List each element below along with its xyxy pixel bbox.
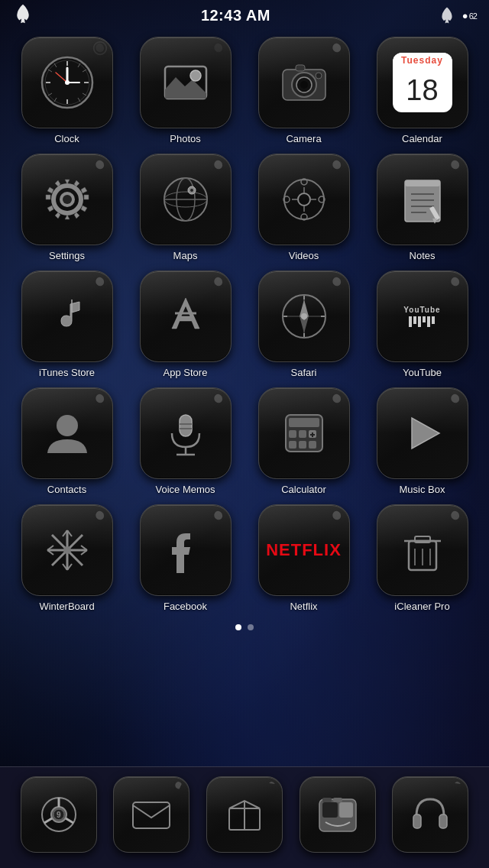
- musicbox-svg: [398, 409, 447, 458]
- calendar-date: 18: [393, 68, 452, 112]
- svg-rect-76: [299, 441, 306, 449]
- svg-marker-80: [412, 418, 439, 449]
- app-icon-calendar[interactable]: Tuesday 18: [377, 37, 468, 128]
- status-time: 12:43 AM: [201, 7, 270, 24]
- app-item-winterboard[interactable]: WinterBoard: [12, 504, 121, 612]
- app-icon-netflix[interactable]: NETFLIX: [258, 504, 350, 596]
- app-icon-clock[interactable]: [21, 37, 113, 128]
- svg-rect-113: [339, 802, 353, 818]
- app-item-notes[interactable]: Notes: [368, 154, 477, 261]
- svg-rect-46: [405, 180, 440, 186]
- app-item-musicbox[interactable]: Music Box: [368, 387, 477, 495]
- app-icon-itunes[interactable]: [21, 270, 113, 362]
- app-item-maps[interactable]: Maps: [131, 154, 240, 261]
- app-icon-safari[interactable]: [258, 270, 350, 362]
- app-label-settings: Settings: [49, 250, 85, 261]
- leaf-icon-left: [12, 3, 34, 24]
- app-icon-musicbox[interactable]: [377, 387, 468, 479]
- dock-icon-finder[interactable]: [300, 776, 376, 853]
- page-dots: [0, 618, 489, 636]
- app-icon-winterboard[interactable]: [21, 504, 113, 596]
- svg-rect-107: [133, 802, 170, 828]
- netflix-text: NETFLIX: [266, 540, 342, 560]
- clock-svg: [40, 56, 94, 109]
- svg-rect-112: [322, 802, 338, 818]
- app-item-settings[interactable]: Settings: [12, 154, 121, 261]
- dock-item-finder[interactable]: [300, 776, 376, 853]
- youtube-box: YouTube: [403, 306, 440, 327]
- photos-svg: [162, 59, 209, 106]
- app-item-facebook[interactable]: Facebook: [131, 504, 240, 612]
- svg-rect-116: [413, 815, 421, 828]
- app-icon-videos[interactable]: [258, 154, 350, 245]
- page-dot-0[interactable]: [235, 624, 241, 630]
- dock-item-cydia[interactable]: [206, 776, 283, 853]
- headphones-svg: [409, 793, 452, 836]
- chrome-svg: 9: [37, 793, 80, 836]
- app-item-appstore[interactable]: App Store: [131, 270, 240, 378]
- dock-icon-headphones[interactable]: [392, 776, 468, 853]
- app-icon-camera[interactable]: [258, 37, 350, 128]
- svg-point-28: [63, 195, 72, 204]
- svg-rect-72: [289, 430, 296, 438]
- app-label-itunes: iTunes Store: [39, 367, 95, 378]
- app-icon-calculator[interactable]: [258, 387, 350, 479]
- finder-svg: [316, 793, 359, 836]
- app-icon-youtube[interactable]: YouTube: [377, 270, 468, 362]
- app-item-voicememos[interactable]: Voice Memos: [131, 387, 240, 495]
- app-label-camera: Camera: [286, 133, 321, 144]
- svg-rect-24: [296, 65, 305, 71]
- app-icon-settings[interactable]: [21, 154, 113, 245]
- app-label-calendar: Calendar: [402, 133, 442, 144]
- app-item-photos[interactable]: Photos: [131, 37, 240, 144]
- dock-icon-chrome[interactable]: 9: [21, 776, 97, 853]
- app-item-youtube[interactable]: YouTube YouTube: [368, 270, 477, 378]
- app-icon-contacts[interactable]: [21, 387, 113, 479]
- app-icon-appstore[interactable]: [140, 270, 232, 362]
- app-item-calculator[interactable]: Calculator: [249, 387, 358, 495]
- voicememos-svg: [161, 409, 210, 458]
- app-item-itunes[interactable]: iTunes Store: [12, 270, 121, 378]
- app-item-camera[interactable]: Camera: [249, 37, 358, 144]
- app-label-photos: Photos: [170, 133, 200, 144]
- app-item-icleaner[interactable]: iCleaner Pro: [368, 504, 477, 612]
- app-item-videos[interactable]: Videos: [249, 154, 358, 261]
- dock-item-mail[interactable]: [113, 776, 189, 853]
- app-label-appstore: App Store: [164, 367, 208, 378]
- leaf-icon-right: [438, 6, 456, 24]
- app-icon-icleaner[interactable]: [377, 504, 468, 596]
- dock-icon-mail[interactable]: [113, 776, 189, 853]
- app-item-clock[interactable]: Clock: [12, 37, 121, 144]
- app-icon-notes[interactable]: [377, 154, 468, 245]
- dock-item-headphones[interactable]: [392, 776, 468, 853]
- notes-svg: [397, 174, 448, 225]
- dock-item-chrome[interactable]: 9: [21, 776, 97, 853]
- maps-svg: [160, 173, 212, 225]
- app-item-netflix[interactable]: NETFLIX Netflix: [249, 504, 358, 612]
- cydia-svg: [223, 793, 266, 836]
- app-item-contacts[interactable]: Contacts: [12, 387, 121, 495]
- app-label-contacts: Contacts: [47, 484, 86, 495]
- facebook-svg: [161, 526, 210, 575]
- app-icon-voicememos[interactable]: [140, 387, 232, 479]
- dock: 9: [0, 766, 489, 868]
- app-label-winterboard: WinterBoard: [39, 601, 94, 612]
- app-icon-photos[interactable]: [140, 37, 232, 128]
- svg-point-64: [57, 415, 78, 436]
- dock-icon-cydia[interactable]: [206, 776, 283, 853]
- app-label-maps: Maps: [173, 250, 198, 261]
- app-item-calendar[interactable]: Tuesday 18 Calendar: [368, 37, 477, 144]
- app-item-safari[interactable]: Safari: [249, 270, 358, 378]
- calculator-svg: [280, 409, 329, 458]
- svg-line-103: [66, 818, 73, 823]
- app-label-calculator: Calculator: [281, 484, 326, 495]
- status-left: [12, 3, 34, 28]
- app-label-facebook: Facebook: [164, 601, 207, 612]
- svg-point-23: [300, 81, 308, 89]
- signal-indicator: ● 62: [462, 10, 477, 21]
- app-icon-facebook[interactable]: [140, 504, 232, 596]
- videos-svg: [279, 174, 329, 225]
- safari-svg: [278, 290, 330, 342]
- page-dot-1[interactable]: [248, 624, 254, 630]
- app-icon-maps[interactable]: [140, 154, 232, 245]
